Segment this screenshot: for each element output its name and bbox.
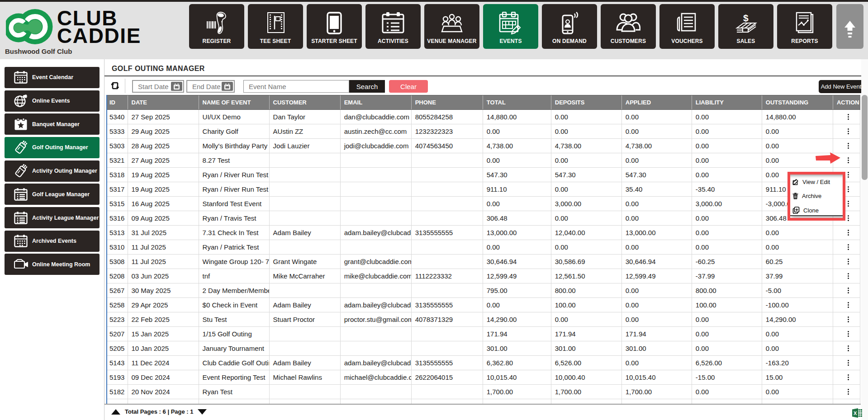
svg-text:$: $ <box>743 13 749 23</box>
svg-text:X: X <box>854 411 857 416</box>
